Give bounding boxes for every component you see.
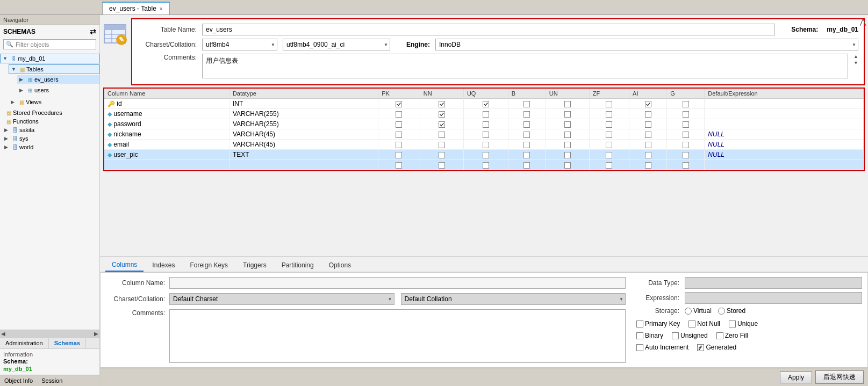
- table-row[interactable]: ◆ nicknameVARCHAR(45)NULL: [104, 129, 864, 140]
- table-row[interactable]: [104, 160, 864, 170]
- tree-arrow-sys: ▶: [4, 136, 11, 141]
- charset-label: Charset/Collation:: [138, 41, 197, 48]
- tab-close-icon[interactable]: ×: [160, 6, 163, 12]
- table-tab[interactable]: ev_users - Table ×: [102, 2, 170, 14]
- tree-item-views: ▶ ▦ Views: [9, 97, 99, 107]
- col-zf-cell: [589, 129, 629, 140]
- radio-stored[interactable]: Stored: [718, 307, 745, 315]
- columns-header-row: Column Name Datatype PK NN UQ B UN ZF AI…: [104, 89, 864, 99]
- collation-select[interactable]: utf8mb4_0900_ai_ci utf8mb4_general_ci: [283, 39, 390, 50]
- tree-label-tables: Tables: [26, 66, 44, 72]
- revert-button[interactable]: 后退网快速: [815, 370, 864, 384]
- detail-expression-input[interactable]: [685, 292, 862, 304]
- tree-row-views[interactable]: ▶ ▦ Views: [9, 98, 99, 106]
- tab-options[interactable]: Options: [322, 259, 357, 271]
- chk-primary-key[interactable]: Primary Key: [636, 320, 680, 327]
- detail-comments-textarea[interactable]: [169, 309, 626, 363]
- tab-indexes[interactable]: Indexes: [146, 259, 181, 271]
- chk-unique[interactable]: Unique: [729, 320, 758, 327]
- detail-datatype-input[interactable]: [685, 277, 862, 289]
- col-zf-cell: [589, 119, 629, 129]
- table-row[interactable]: 🔑 idINT: [104, 99, 864, 109]
- tab-triggers[interactable]: Triggers: [236, 259, 273, 271]
- table-info-box: Table Name: Schema: my_db_01 Charset/Col…: [131, 18, 865, 85]
- table-row[interactable]: ◆ emailVARCHAR(45)NULL: [104, 140, 864, 150]
- chk-generated[interactable]: ✓ Generated: [697, 344, 736, 351]
- apply-button[interactable]: Apply: [780, 372, 812, 383]
- radio-virtual-input[interactable]: [685, 308, 692, 315]
- tree-row-sakila[interactable]: ▶ 🗄 sakila: [2, 126, 99, 134]
- detail-column-name-label: Column Name:: [106, 279, 165, 287]
- tree-row-my-db-01[interactable]: ▼ 🗄 my_db_01: [0, 54, 99, 63]
- filter-objects-input[interactable]: [16, 41, 94, 48]
- table-name-input[interactable]: [202, 24, 775, 35]
- tree-row-world[interactable]: ▶ 🗄 world: [2, 143, 99, 151]
- chk-unique-box[interactable]: [729, 321, 736, 327]
- radio-stored-input[interactable]: [718, 308, 725, 315]
- chk-auto-increment-box[interactable]: [636, 344, 643, 351]
- chk-auto-increment[interactable]: Auto Increment: [636, 344, 688, 351]
- admin-tab[interactable]: Administration: [0, 338, 49, 348]
- refresh-icon[interactable]: ⇄: [90, 27, 96, 36]
- schema-info-value: my_db_01: [3, 366, 32, 372]
- tab-columns[interactable]: Columns: [105, 259, 144, 272]
- chk-binary-label: Binary: [645, 332, 663, 339]
- chk-zero-fill-box[interactable]: [716, 332, 723, 339]
- folder-icon-views: ▦: [17, 98, 26, 106]
- chk-binary-box[interactable]: [636, 332, 643, 339]
- comments-scroll-down[interactable]: ▼: [853, 60, 858, 65]
- chk-primary-key-box[interactable]: [636, 321, 643, 327]
- col-ai-cell: [629, 119, 667, 129]
- chk-unsigned[interactable]: Unsigned: [672, 332, 708, 339]
- tree-row-tables[interactable]: ▼ ▦ Tables: [9, 64, 99, 74]
- chk-zero-fill[interactable]: Zero Fill: [716, 332, 748, 339]
- scroll-right-icon[interactable]: ▶: [94, 331, 98, 337]
- col-uq-cell: [463, 129, 508, 140]
- session-tab[interactable]: Session: [37, 376, 67, 385]
- detail-collation-select[interactable]: Default Collation: [401, 293, 626, 305]
- detail-column-name-input[interactable]: [169, 277, 626, 289]
- schemas-label: SCHEMAS: [3, 28, 35, 35]
- action-bar: Apply 后退网快速: [100, 368, 868, 386]
- object-info-tab[interactable]: Object Info: [0, 376, 37, 385]
- table-row[interactable]: ◆ passwordVARCHAR(255): [104, 119, 864, 129]
- comments-input[interactable]: 用户信息表: [202, 54, 848, 78]
- scroll-left-icon[interactable]: ◀: [1, 331, 5, 337]
- tree-label-users: users: [34, 87, 49, 93]
- col-ai-cell: [629, 140, 667, 150]
- tree-item-my-db-01: ▼ 🗄 my_db_01 ▼ ▦ Tables ▶: [0, 53, 99, 108]
- chk-not-null[interactable]: Not Null: [688, 320, 720, 327]
- tree-row-stored-procedures[interactable]: ▦ Stored Procedures: [2, 108, 99, 117]
- database-icon-world: 🗄: [11, 143, 19, 151]
- columns-thead: Column Name Datatype PK NN UQ B UN ZF AI…: [104, 89, 864, 99]
- chk-unsigned-box[interactable]: [672, 332, 679, 339]
- tree-row-users[interactable]: ▶ ⊞ users: [17, 86, 99, 94]
- table-row[interactable]: ◆ user_picTEXTNULL: [104, 150, 864, 160]
- empty-cell: [229, 160, 378, 170]
- scroll-up-icon[interactable]: ⋀: [860, 17, 866, 26]
- col-type-cell: VARCHAR(45): [229, 129, 378, 140]
- charset-select[interactable]: utf8mb4 utf8 latin1: [202, 39, 277, 50]
- radio-virtual[interactable]: Virtual: [685, 307, 712, 315]
- tree-label-sys: sys: [19, 135, 28, 142]
- tab-foreign-keys[interactable]: Foreign Keys: [183, 259, 234, 271]
- comments-scroll-up[interactable]: ▲: [853, 54, 858, 59]
- columns-table: Column Name Datatype PK NN UQ B UN ZF AI…: [104, 89, 864, 170]
- detail-charset-wrapper: Default Charset: [169, 293, 394, 305]
- schema-static-value: my_db_01: [827, 26, 858, 33]
- table-row[interactable]: ◆ usernameVARCHAR(255): [104, 109, 864, 119]
- schema-info-label: Schema:: [3, 358, 28, 365]
- tree-row-functions[interactable]: ▦ Functions: [2, 117, 99, 126]
- schemas-tab[interactable]: Schemas: [49, 338, 86, 348]
- engine-select[interactable]: InnoDB MyISAM MEMORY: [435, 39, 858, 50]
- tree-row-sys[interactable]: ▶ 🗄 sys: [2, 134, 99, 143]
- chk-binary[interactable]: Binary: [636, 332, 663, 339]
- detail-charset-select[interactable]: Default Charset: [169, 293, 394, 305]
- tab-partitioning[interactable]: Partitioning: [275, 259, 320, 271]
- tree-row-ev-users[interactable]: ▶ ⊞ ev_users: [17, 75, 99, 84]
- chk-not-null-box[interactable]: [688, 321, 695, 327]
- col-g-cell: [667, 99, 705, 109]
- chk-zero-fill-label: Zero Fill: [725, 332, 748, 339]
- col-name-cell: ◆ password: [104, 119, 229, 129]
- chk-generated-box[interactable]: ✓: [697, 344, 704, 351]
